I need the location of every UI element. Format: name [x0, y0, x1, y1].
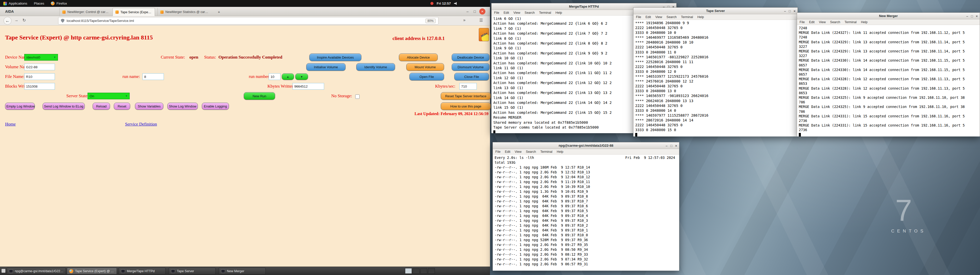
menu-item[interactable]: Search [830, 21, 840, 24]
menu-item[interactable]: Edit [809, 21, 815, 24]
run-number-input[interactable] [269, 73, 280, 80]
menu-item[interactable]: Help [697, 15, 704, 19]
reset-tape-server-button[interactable]: Reset Tape Server Interface [441, 92, 491, 100]
server-state-select[interactable]: On ▼ [88, 93, 130, 99]
menu-item[interactable]: File [636, 15, 641, 19]
show-variables-button[interactable]: Show Variables [135, 103, 163, 110]
volume-name-input[interactable] [24, 64, 55, 70]
titlebar[interactable]: npg@carme-gsi:/mnt/data1/G22-88 – □ × [493, 142, 679, 149]
menu-item[interactable]: View [514, 11, 520, 14]
run-name-input[interactable] [142, 73, 164, 80]
workspace-2[interactable] [413, 268, 420, 274]
menu-item[interactable]: View [819, 21, 826, 24]
taskbar-item-new-merger[interactable]: New Merger [219, 268, 266, 275]
places-menu[interactable]: Places [30, 0, 48, 7]
taskbar-item-npg-terminal[interactable]: npg@carme-gsi:/mnt/data1/G22-88 [6, 268, 66, 275]
url-bar[interactable]: localhost:8115/TapeService/TapeService.t… [58, 17, 438, 24]
menu-item[interactable]: Terminal [539, 11, 551, 14]
minimize-icon[interactable]: – [966, 14, 968, 18]
status-icon[interactable] [430, 2, 434, 5]
maximize-icon[interactable]: □ [971, 14, 973, 18]
new-run-button[interactable]: New Run [244, 92, 275, 100]
send-log-elog-button[interactable]: Send Log Window to ELog [43, 103, 85, 110]
maximize-icon[interactable]: □ [789, 9, 791, 13]
shield-icon[interactable] [61, 19, 64, 23]
workspace-4[interactable] [428, 268, 435, 274]
menu-item[interactable]: Edit [646, 15, 651, 19]
initialise-volume-button[interactable]: Initialise Volume [306, 63, 345, 71]
service-definition-link[interactable]: Service Definition [125, 122, 157, 127]
reload-button[interactable]: ↻ [22, 18, 26, 23]
empty-log-button[interactable]: Empty Log Window [5, 103, 35, 110]
applications-menu[interactable]: Applications [0, 0, 30, 7]
forward-button[interactable]: → [14, 18, 18, 22]
run-number-down-button[interactable]: ▼ [295, 73, 308, 80]
menu-item[interactable]: Terminal [540, 150, 552, 153]
home-link[interactable]: Home [5, 122, 16, 127]
workspace-3[interactable] [420, 268, 427, 274]
menu-item[interactable]: File [494, 11, 499, 14]
overflow-menu-icon[interactable]: » [463, 18, 466, 22]
minimize-icon[interactable]: – [784, 9, 786, 13]
show-log-button[interactable]: Show Log Window [167, 103, 198, 110]
terminal-output[interactable]: 7248MERGE Data Link (224327): link 11 ac… [797, 25, 980, 136]
maximize-icon[interactable]: □ [472, 8, 478, 14]
menu-item[interactable]: Search [667, 15, 677, 19]
show-desktop-icon[interactable] [2, 269, 5, 273]
dismount-volume-button[interactable]: Dismount Volume [452, 63, 490, 71]
titlebar[interactable]: New Merger – □ × [797, 13, 980, 19]
window-npg-terminal[interactable]: npg@carme-gsi:/mnt/data1/G22-88 – □ × Fi… [493, 142, 679, 270]
reload-button[interactable]: Reload [93, 103, 110, 110]
menu-item[interactable]: Help [555, 11, 562, 14]
taskbar-item-merge-tape-httpd[interactable]: Merge/Tape HTTPd [119, 268, 165, 275]
identify-volume-button[interactable]: Identify Volume [356, 63, 395, 71]
menu-item[interactable]: Help [861, 21, 867, 24]
blocks-written-input[interactable] [24, 83, 55, 90]
titlebar[interactable]: Tape Server – □ × [633, 8, 797, 14]
app-menu-firefox[interactable]: Firefox [48, 0, 70, 7]
file-name-input[interactable] [24, 73, 55, 80]
no-storage-checkbox[interactable] [355, 95, 360, 99]
zoom-level[interactable]: 80% [425, 19, 436, 23]
terminal-output[interactable]: Every 2.0s: ls -lth Fri Feb 9 12:57:03 2… [493, 155, 679, 271]
open-file-button[interactable]: Open File [409, 73, 444, 81]
kbytes-sec-input[interactable] [460, 83, 477, 90]
firefox-titlebar[interactable]: AIDA NewMerger: Control @ car… Tape Serv… [0, 7, 490, 16]
clock[interactable]: Fri 12:57 [437, 2, 451, 5]
close-icon[interactable]: × [479, 8, 485, 14]
maximize-icon[interactable]: □ [670, 144, 673, 147]
kbytes-written-input[interactable] [293, 83, 324, 90]
midas-logo[interactable]: Midas [479, 28, 489, 41]
close-file-button[interactable]: Close File [454, 73, 489, 81]
menu-item[interactable]: View [655, 15, 662, 19]
menu-item[interactable]: Edit [504, 11, 509, 14]
close-icon[interactable]: × [976, 14, 978, 18]
close-icon[interactable]: × [675, 144, 677, 147]
menu-item[interactable]: Help [557, 150, 563, 153]
run-number-up-button[interactable]: ▲ [282, 73, 294, 80]
mount-volume-button[interactable]: Mount Volume [406, 63, 444, 71]
window-new-merger[interactable]: New Merger – □ × FileEditViewSearchTermi… [797, 13, 980, 136]
workspace-1[interactable] [405, 268, 412, 274]
tab-newmerger-statistics[interactable]: NewMerger Statistics @ car… [158, 8, 212, 16]
menu-item[interactable]: Terminal [681, 15, 693, 19]
reset-button[interactable]: Reset [114, 103, 130, 110]
allocate-device-button[interactable]: Allocate Device [399, 54, 438, 61]
menu-item[interactable]: View [515, 150, 522, 153]
deallocate-device-button[interactable]: Deallocate Device [452, 54, 490, 61]
enable-logging-button[interactable]: Enable Logging [202, 103, 229, 110]
volume-icon[interactable] [454, 2, 458, 5]
minimize-icon[interactable]: – [666, 144, 667, 147]
terminal-output[interactable]: **** 19194896 2048000 9 92222 146450448 … [633, 20, 797, 136]
tab-tape-service[interactable]: Tape Service (Expert) @ car… [113, 8, 155, 16]
help-button[interactable]: How to use this page [441, 102, 491, 110]
close-icon[interactable]: × [794, 9, 795, 13]
taskbar-item-tape-service[interactable]: Tape Service (Expert) @ carme-gsi… [67, 268, 117, 275]
menu-item[interactable]: Search [525, 11, 535, 14]
menu-item[interactable]: Edit [505, 150, 511, 153]
menu-item[interactable]: File [495, 150, 501, 153]
menu-item[interactable]: File [800, 21, 805, 24]
back-button[interactable]: ← [3, 17, 11, 25]
menu-item[interactable]: Search [526, 150, 536, 153]
new-tab-button[interactable]: + [216, 9, 222, 15]
